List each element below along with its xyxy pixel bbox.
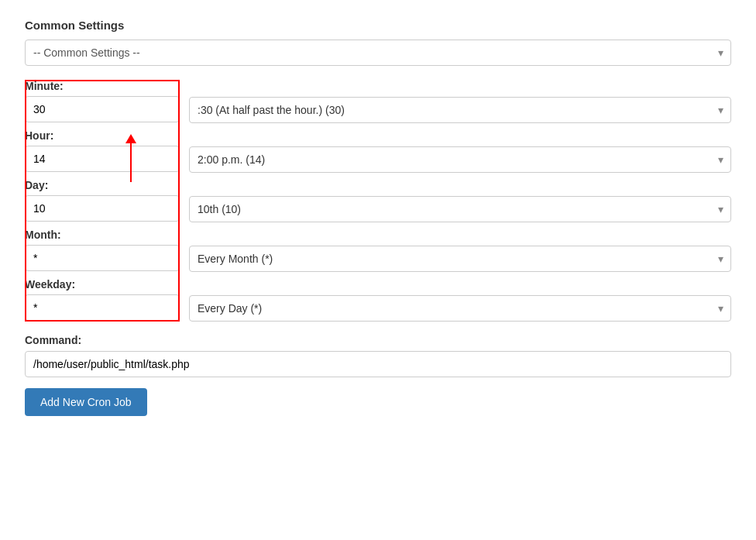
month-select[interactable]: Every Month (*) January (1) February (2)… bbox=[189, 246, 731, 272]
weekday-row: Weekday: Every Day (*) Sunday (0) Monday… bbox=[25, 278, 731, 322]
hour-input[interactable] bbox=[25, 146, 180, 172]
minute-row: Minute: :30 (At half past the hour.) (30… bbox=[25, 80, 731, 123]
common-settings-select[interactable]: -- Common Settings -- Every Minute Every… bbox=[25, 40, 731, 66]
month-row: Month: Every Month (*) January (1) Febru… bbox=[25, 229, 731, 272]
minute-label: Minute: bbox=[25, 80, 180, 92]
day-group: Day: bbox=[25, 179, 180, 222]
weekday-input[interactable] bbox=[25, 294, 180, 321]
day-select[interactable]: 10th (10) 1st (1) 2nd (2) 15th (15) bbox=[189, 196, 731, 222]
month-group: Month: bbox=[25, 229, 180, 271]
hour-select-container: 2:00 p.m. (14) 12:00 a.m. (0) 1:00 a.m. … bbox=[189, 146, 731, 173]
month-select-container: Every Month (*) January (1) February (2)… bbox=[189, 246, 731, 272]
common-settings-row: -- Common Settings -- Every Minute Every… bbox=[25, 40, 731, 66]
minute-input[interactable] bbox=[25, 96, 180, 122]
weekday-group: Weekday: bbox=[25, 278, 180, 321]
weekday-select-container: Every Day (*) Sunday (0) Monday (1) Tues… bbox=[189, 295, 731, 322]
minute-group: Minute: bbox=[25, 80, 180, 122]
fields-container: Minute: :30 (At half past the hour.) (30… bbox=[25, 80, 731, 322]
day-select-wrapper: 10th (10) 1st (1) 2nd (2) 15th (15) bbox=[189, 196, 731, 222]
day-select-container: 10th (10) 1st (1) 2nd (2) 15th (15) bbox=[189, 196, 731, 222]
hour-select[interactable]: 2:00 p.m. (14) 12:00 a.m. (0) 1:00 a.m. … bbox=[189, 146, 731, 173]
day-input[interactable] bbox=[25, 195, 180, 222]
common-settings-select-wrapper: -- Common Settings -- Every Minute Every… bbox=[25, 40, 731, 66]
command-section: Command: bbox=[25, 334, 731, 377]
day-row: Day: 10th (10) 1st (1) 2nd (2) 15th (15) bbox=[25, 179, 731, 222]
minute-select-wrapper: :30 (At half past the hour.) (30) 0 (Top… bbox=[189, 97, 731, 123]
hour-group: Hour: bbox=[25, 129, 180, 172]
hour-row: Hour: 2:00 p.m. (14) 12:00 a.m. (0) 1:00… bbox=[25, 129, 731, 173]
day-label: Day: bbox=[25, 179, 180, 191]
command-input[interactable] bbox=[25, 351, 731, 377]
minute-select-container: :30 (At half past the hour.) (30) 0 (Top… bbox=[189, 97, 731, 123]
weekday-select[interactable]: Every Day (*) Sunday (0) Monday (1) Tues… bbox=[189, 295, 731, 322]
hour-label: Hour: bbox=[25, 129, 180, 142]
command-label: Command: bbox=[25, 334, 731, 346]
page-container: Common Settings -- Common Settings -- Ev… bbox=[0, 0, 756, 540]
weekday-label: Weekday: bbox=[25, 278, 180, 291]
month-select-wrapper: Every Month (*) January (1) February (2)… bbox=[189, 246, 731, 272]
weekday-select-wrapper: Every Day (*) Sunday (0) Monday (1) Tues… bbox=[189, 295, 731, 322]
common-settings-title: Common Settings bbox=[25, 19, 731, 32]
add-cron-job-button[interactable]: Add New Cron Job bbox=[25, 388, 147, 416]
month-label: Month: bbox=[25, 229, 180, 241]
month-input[interactable] bbox=[25, 245, 180, 271]
minute-select[interactable]: :30 (At half past the hour.) (30) 0 (Top… bbox=[189, 97, 731, 123]
hour-select-wrapper: 2:00 p.m. (14) 12:00 a.m. (0) 1:00 a.m. … bbox=[189, 146, 731, 173]
